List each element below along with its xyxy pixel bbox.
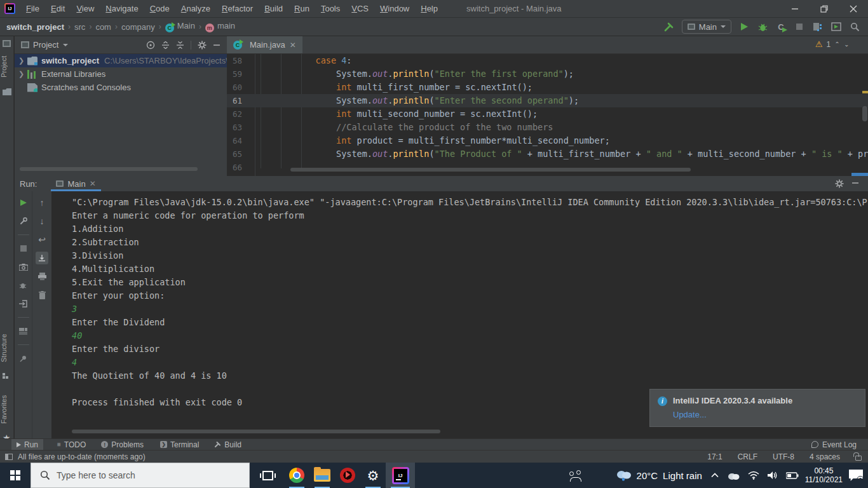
screenshot-camera-icon[interactable] (17, 261, 30, 273)
close-tab-icon[interactable]: ✕ (90, 179, 96, 188)
breadcrumb-item-main[interactable]: CMain (165, 21, 195, 32)
menu-item-tools[interactable]: Tools (315, 0, 346, 18)
status-panel-icon[interactable] (5, 454, 13, 460)
taskbar-search[interactable]: Type here to search (31, 463, 250, 488)
chevron-right-icon[interactable]: ❯ (18, 70, 27, 78)
inspection-widget[interactable]: ⚠ 1 ⌃ ⌃ (815, 39, 849, 49)
expand-all-icon[interactable] (161, 41, 170, 49)
menu-item-code[interactable]: Code (144, 0, 175, 18)
people-icon[interactable] (569, 470, 582, 480)
task-view-button[interactable] (255, 463, 280, 488)
menu-item-edit[interactable]: Edit (45, 0, 71, 18)
tree-item-external-libraries[interactable]: ❯ External Libraries (15, 67, 227, 81)
menu-item-help[interactable]: Help (415, 0, 444, 18)
event-log-button[interactable]: Event Log (811, 440, 868, 449)
locate-icon[interactable] (146, 41, 155, 50)
chevron-down-icon[interactable] (63, 44, 68, 46)
tool-window-run-icon[interactable] (831, 21, 842, 32)
build-hammer-icon[interactable] (663, 21, 675, 32)
folder-icon[interactable] (3, 88, 11, 95)
run-tab-main[interactable]: Main ✕ (51, 176, 100, 191)
breadcrumb-item-com[interactable]: com (95, 22, 111, 32)
chrome-icon[interactable] (284, 463, 309, 488)
run-with-coverage-button[interactable]: C (775, 21, 787, 32)
tab-run[interactable]: Run (11, 439, 43, 451)
menu-item-run[interactable]: Run (288, 0, 315, 18)
clear-console-trash-icon[interactable] (36, 288, 48, 301)
tab-todo[interactable]: ≡ TODO (52, 439, 91, 451)
clock-widget[interactable]: 00:45 11/10/2021 (805, 466, 843, 484)
hide-panel-icon[interactable] (851, 179, 859, 188)
down-stack-trace-icon[interactable]: ↓ (36, 215, 48, 227)
pin-tab-icon[interactable] (17, 352, 30, 365)
close-tab-icon[interactable]: ✕ (290, 41, 296, 50)
tab-terminal[interactable]: ❯ Terminal (155, 439, 204, 451)
menu-item-refactor[interactable]: Refactor (216, 0, 259, 18)
tab-problems[interactable]: ! Problems (96, 439, 149, 451)
horizontal-scrollbar[interactable] (20, 167, 198, 171)
code-editor[interactable]: 58 case 4:59 System.out.println("Enter t… (227, 54, 868, 176)
settings-gear-icon[interactable] (198, 41, 207, 50)
breadcrumb-item-company[interactable]: company (121, 22, 155, 32)
onedrive-cloud-icon[interactable] (727, 471, 740, 480)
tree-item-scratches[interactable]: Scratches and Consoles (15, 81, 227, 94)
tab-build[interactable]: Build (209, 439, 247, 451)
menu-item-view[interactable]: View (71, 0, 100, 18)
menu-item-vcs[interactable]: VCS (346, 0, 374, 18)
run-configuration-select[interactable]: Main (682, 20, 731, 34)
menu-item-navigate[interactable]: Navigate (100, 0, 144, 18)
vertical-scrollbar[interactable] (862, 106, 867, 121)
menu-item-window[interactable]: Window (374, 0, 415, 18)
breadcrumb-item-src[interactable]: src (74, 22, 85, 32)
intellij-taskbar-icon[interactable]: IJ (386, 463, 415, 488)
sidebar-item-favorites[interactable]: Favorites (0, 390, 14, 429)
dump-threads-icon[interactable] (17, 279, 30, 292)
rerun-button[interactable] (17, 196, 30, 209)
prev-warning-icon[interactable]: ⌃ (834, 41, 839, 48)
red-app-icon[interactable] (335, 463, 360, 488)
debug-button[interactable] (757, 21, 768, 32)
hide-panel-icon[interactable] (213, 41, 220, 49)
sidebar-item-project[interactable]: Project (0, 50, 14, 83)
readonly-lock-icon[interactable] (855, 456, 862, 461)
run-button[interactable] (738, 21, 750, 32)
next-warning-icon[interactable]: ⌃ (844, 41, 849, 48)
restore-button[interactable] (810, 0, 839, 18)
volume-icon[interactable] (768, 471, 778, 480)
file-encoding[interactable]: UTF-8 (773, 452, 794, 461)
close-button[interactable] (839, 0, 868, 18)
horizontal-scrollbar[interactable] (72, 430, 440, 433)
soft-wrap-icon[interactable]: ↩ (36, 233, 48, 246)
warning-stripe-mark[interactable] (862, 91, 868, 93)
settings-gear-icon[interactable]: ⚙ (360, 463, 386, 488)
file-explorer-icon[interactable] (309, 463, 335, 488)
breadcrumb-item-main[interactable]: mmain (205, 21, 235, 32)
action-center-icon[interactable]: 1 (849, 470, 863, 481)
chevron-right-icon[interactable]: ❯ (18, 57, 27, 65)
project-tool-icon[interactable] (3, 40, 11, 47)
scroll-to-end-icon[interactable] (36, 252, 48, 264)
menu-item-analyze[interactable]: Analyze (175, 0, 216, 18)
modify-run-config-wrench-icon[interactable] (17, 215, 30, 227)
editor-area[interactable]: C Main.java ✕ 58 case 4:59 System.out.pr… (227, 36, 868, 176)
battery-icon[interactable] (786, 472, 799, 479)
layout-settings-icon[interactable] (17, 325, 30, 337)
breadcrumb-item-switch_project[interactable]: switch_project (6, 22, 64, 32)
update-link[interactable]: Update... (673, 410, 857, 419)
search-everywhere-icon[interactable] (849, 21, 860, 32)
tree-item-project-root[interactable]: ❯ switch_project C:\Users\STARBOY\IdeaPr… (15, 54, 227, 67)
print-icon[interactable] (36, 270, 48, 283)
line-ending[interactable]: CRLF (738, 452, 757, 461)
horizontal-scrollbar[interactable] (290, 168, 691, 172)
menu-item-build[interactable]: Build (259, 0, 288, 18)
profiler-icon[interactable] (812, 21, 824, 32)
up-stack-trace-icon[interactable]: ↑ (36, 196, 48, 209)
tray-expand-icon[interactable] (711, 473, 719, 478)
wifi-icon[interactable] (748, 471, 759, 480)
stop-button[interactable] (794, 21, 805, 32)
tab-main-java[interactable]: C Main.java ✕ (227, 36, 302, 53)
settings-gear-icon[interactable] (835, 179, 844, 188)
menu-item-file[interactable]: File (20, 0, 45, 18)
minimize-button[interactable] (780, 0, 810, 18)
stop-button[interactable] (17, 242, 30, 255)
